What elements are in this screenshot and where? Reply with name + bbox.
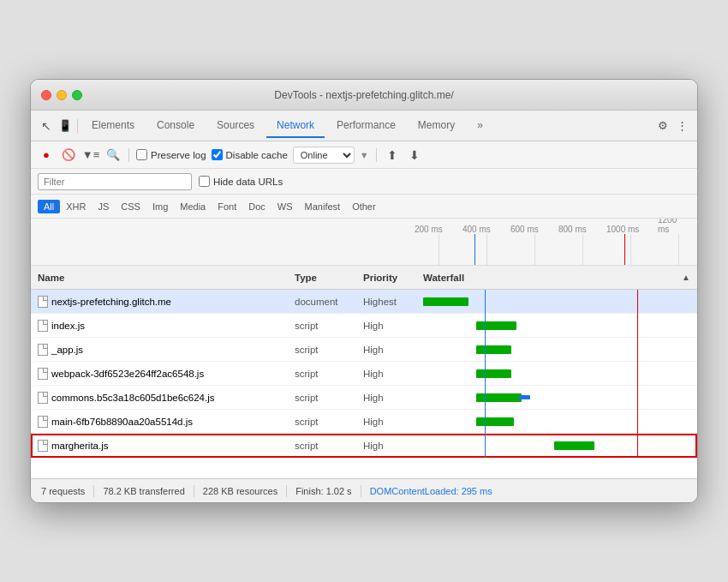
wf-blue-vert bbox=[485, 314, 486, 338]
waterfall-track bbox=[423, 441, 690, 451]
filter-bar: Hide data URLs bbox=[31, 169, 697, 195]
tab-memory[interactable]: Memory bbox=[408, 114, 465, 138]
cell-waterfall bbox=[423, 290, 690, 313]
wf-red-vert bbox=[637, 338, 638, 362]
type-btn-media[interactable]: Media bbox=[174, 200, 212, 213]
sep bbox=[286, 485, 287, 497]
file-icon bbox=[38, 392, 48, 404]
file-icon bbox=[38, 344, 48, 356]
table-row[interactable]: commons.b5c3a18c605d1be6c624.js script H… bbox=[31, 386, 697, 410]
grid-line-1 bbox=[486, 234, 487, 266]
tab-more[interactable]: » bbox=[467, 114, 493, 138]
mobile-icon[interactable]: 📱 bbox=[57, 117, 74, 135]
status-resources: 228 KB resources bbox=[203, 486, 277, 496]
cursor-icon[interactable]: ↖ bbox=[38, 117, 55, 135]
type-btn-js[interactable]: JS bbox=[92, 200, 115, 213]
settings-icon[interactable]: ⚙ bbox=[654, 117, 671, 135]
wf-red-vert bbox=[637, 362, 638, 386]
wf-red-vert bbox=[637, 434, 638, 458]
sep bbox=[361, 485, 361, 497]
export-har-button[interactable]: ⬇ bbox=[406, 147, 423, 164]
more-icon[interactable]: ⋮ bbox=[673, 117, 690, 135]
wf-blue-vert bbox=[485, 434, 486, 458]
minimize-button[interactable] bbox=[57, 90, 67, 100]
status-dom-content-loaded[interactable]: DOMContentLoaded: 295 ms bbox=[370, 486, 492, 496]
type-btn-font[interactable]: Font bbox=[212, 200, 242, 213]
type-btn-css[interactable]: CSS bbox=[115, 200, 146, 213]
cell-waterfall bbox=[423, 314, 690, 337]
table-header: Name Type Priority Waterfall ▲ bbox=[31, 266, 697, 290]
wf-bar bbox=[423, 297, 468, 306]
traffic-lights bbox=[41, 90, 82, 100]
cell-priority: High bbox=[363, 393, 423, 403]
wf-blue-vert bbox=[485, 290, 486, 314]
ruler-mark-0: 200 ms bbox=[415, 225, 443, 234]
type-btn-manifest[interactable]: Manifest bbox=[299, 200, 347, 213]
close-button[interactable] bbox=[41, 90, 51, 100]
table-row[interactable]: webpack-3df6523e264ff2ac6548.js script H… bbox=[31, 362, 697, 386]
status-finish: Finish: 1.02 s bbox=[295, 486, 351, 496]
cell-type: script bbox=[295, 393, 363, 403]
record-button[interactable]: ● bbox=[38, 147, 55, 164]
cell-priority: High bbox=[363, 441, 423, 451]
col-header-type[interactable]: Type bbox=[295, 273, 363, 283]
titlebar: DevTools - nextjs-prefetching.glitch.me/ bbox=[31, 80, 697, 111]
type-btn-xhr[interactable]: XHR bbox=[60, 200, 92, 213]
col-header-priority[interactable]: Priority bbox=[363, 273, 423, 283]
tab-elements[interactable]: Elements bbox=[81, 114, 145, 138]
wf-bar-green bbox=[476, 393, 522, 402]
dom-content-loaded-line bbox=[474, 234, 475, 266]
table-row[interactable]: main-6fb76b8890aa20a5514d.js script High bbox=[31, 410, 697, 434]
cell-priority: Highest bbox=[363, 297, 423, 307]
waterfall-track bbox=[423, 321, 690, 331]
type-btn-all[interactable]: All bbox=[38, 200, 60, 213]
devtools-toolbar: ↖ 📱 Elements Console Sources Network Per… bbox=[31, 111, 697, 141]
cell-name: webpack-3df6523e264ff2ac6548.js bbox=[38, 368, 295, 380]
table-row[interactable]: index.js script High bbox=[31, 314, 697, 338]
throttle-select[interactable]: Online Fast 3G Slow 3G bbox=[293, 147, 355, 164]
cell-waterfall bbox=[423, 434, 690, 457]
maximize-button[interactable] bbox=[72, 90, 82, 100]
filter-icon[interactable]: ▼≡ bbox=[82, 147, 99, 164]
status-requests: 7 requests bbox=[41, 486, 85, 496]
hide-data-urls-checkbox[interactable] bbox=[199, 176, 210, 187]
hide-data-urls-label[interactable]: Hide data URLs bbox=[199, 176, 283, 187]
tab-performance[interactable]: Performance bbox=[326, 114, 406, 138]
type-btn-other[interactable]: Other bbox=[346, 200, 382, 213]
cell-waterfall bbox=[423, 362, 690, 385]
disable-cache-checkbox[interactable] bbox=[212, 149, 223, 160]
file-icon bbox=[38, 440, 48, 452]
type-btn-img[interactable]: Img bbox=[146, 200, 174, 213]
status-bar: 7 requests 78.2 KB transferred 228 KB re… bbox=[31, 478, 697, 502]
ruler-mark-5: 1200 ms bbox=[658, 219, 690, 234]
search-icon[interactable]: 🔍 bbox=[104, 147, 122, 164]
wf-red-vert bbox=[637, 410, 638, 434]
table-row[interactable]: nextjs-prefetching.glitch.me document Hi… bbox=[31, 290, 697, 314]
col-header-waterfall[interactable]: Waterfall ▲ bbox=[423, 273, 690, 283]
tab-console[interactable]: Console bbox=[146, 114, 205, 138]
preserve-log-checkbox[interactable] bbox=[136, 149, 147, 160]
cell-priority: High bbox=[363, 321, 423, 331]
network-controls: ● 🚫 ▼≡ 🔍 Preserve log Disable cache Onli… bbox=[31, 141, 697, 169]
cell-type: script bbox=[295, 321, 363, 331]
waterfall-lines bbox=[415, 234, 690, 266]
grid-line-0 bbox=[439, 234, 439, 266]
cell-name: margherita.js bbox=[38, 440, 295, 452]
table-row-margherita[interactable]: margherita.js script High bbox=[31, 434, 697, 458]
type-btn-ws[interactable]: WS bbox=[272, 200, 299, 213]
cell-type: script bbox=[295, 441, 363, 451]
disable-cache-label[interactable]: Disable cache bbox=[212, 149, 288, 160]
cell-type: script bbox=[295, 417, 363, 427]
col-header-name[interactable]: Name bbox=[38, 273, 295, 283]
tab-network[interactable]: Network bbox=[266, 114, 325, 138]
type-btn-doc[interactable]: Doc bbox=[242, 200, 272, 213]
waterfall-ruler: 200 ms 400 ms 600 ms 800 ms 1000 ms 1200… bbox=[415, 219, 690, 234]
import-har-button[interactable]: ⬆ bbox=[384, 147, 401, 164]
preserve-log-label[interactable]: Preserve log bbox=[136, 149, 206, 160]
tab-sources[interactable]: Sources bbox=[206, 114, 265, 138]
table-row[interactable]: _app.js script High bbox=[31, 338, 697, 362]
ruler-mark-2: 600 ms bbox=[510, 225, 539, 234]
clear-button[interactable]: 🚫 bbox=[60, 147, 77, 164]
filter-input[interactable] bbox=[38, 173, 192, 190]
wf-blue-vert bbox=[485, 338, 486, 362]
